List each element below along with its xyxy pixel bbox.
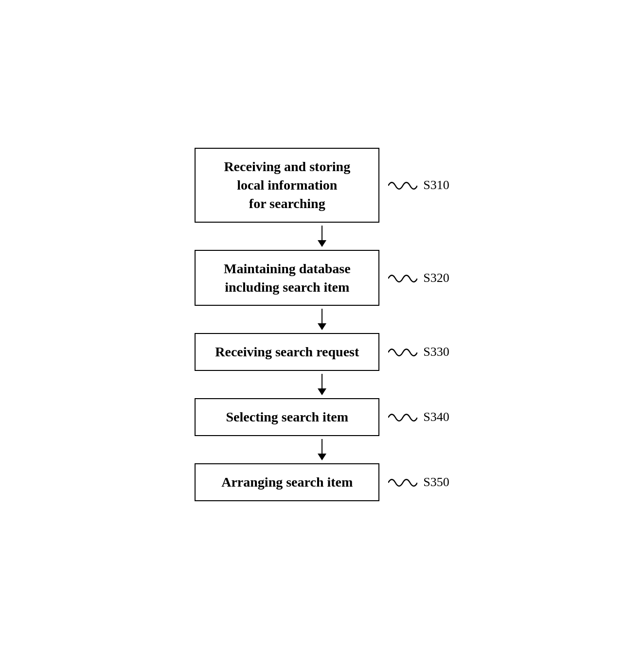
box-s330: Receiving search request (195, 333, 379, 371)
arrow-s340-s350 (113, 436, 531, 463)
box-s320: Maintaining databaseincluding search ite… (195, 250, 379, 306)
wavy-icon-s320 (388, 273, 417, 283)
arrow-down-icon-2 (318, 309, 326, 330)
label-s310: S310 (388, 178, 449, 193)
box-s340: Selecting search item (195, 398, 379, 436)
arrow-down-icon-4 (318, 439, 326, 460)
step-label-s340: S340 (423, 410, 449, 424)
wavy-icon-s340 (388, 412, 417, 422)
step-label-s320: S320 (423, 271, 449, 285)
wavy-icon-s310 (388, 180, 417, 191)
step-row-s350: Arranging search item S350 (113, 463, 531, 501)
label-s330: S330 (388, 345, 449, 359)
box-s350: Arranging search item (195, 463, 379, 501)
arrow-s320-s330 (113, 306, 531, 333)
arrow-down-icon-3 (318, 374, 326, 395)
step-row-s320: Maintaining databaseincluding search ite… (113, 250, 531, 306)
arrow-s310-s320 (113, 223, 531, 250)
label-s340: S340 (388, 410, 449, 424)
step-row-s310: Receiving and storinglocal informationfo… (113, 148, 531, 222)
box-s310: Receiving and storinglocal informationfo… (195, 148, 379, 222)
step-label-s310: S310 (423, 178, 449, 193)
label-s350: S350 (388, 475, 449, 490)
label-s320: S320 (388, 271, 449, 285)
step-row-s330: Receiving search request S330 (113, 333, 531, 371)
arrow-down-icon (318, 226, 326, 247)
step-label-s330: S330 (423, 345, 449, 359)
step-label-s350: S350 (423, 475, 449, 490)
wavy-icon-s330 (388, 347, 417, 357)
step-row-s340: Selecting search item S340 (113, 398, 531, 436)
flowchart-diagram: Receiving and storinglocal informationfo… (103, 128, 541, 520)
wavy-icon-s350 (388, 477, 417, 488)
arrow-s330-s340 (113, 371, 531, 398)
